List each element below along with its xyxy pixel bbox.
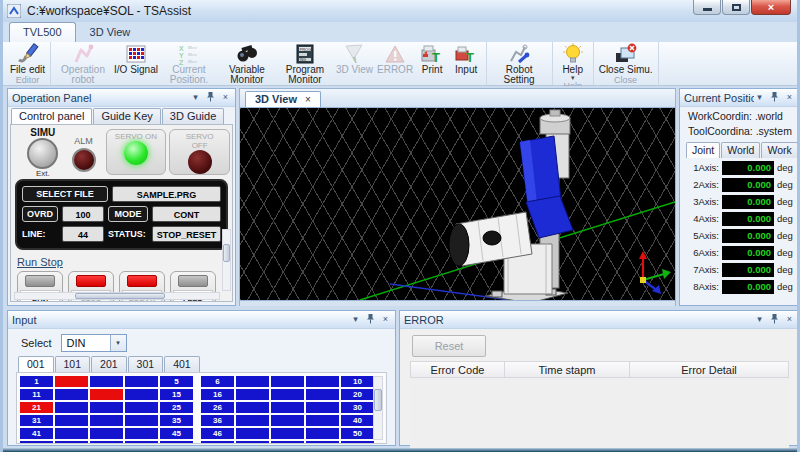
close-icon[interactable]: × <box>220 93 231 102</box>
tab-close-icon[interactable]: × <box>305 94 311 105</box>
din-cell[interactable]: 45 <box>160 428 193 439</box>
tab-world[interactable]: World <box>721 142 760 158</box>
din-cell[interactable]: 31 <box>20 415 53 426</box>
din-cell[interactable] <box>271 389 304 400</box>
grid-vertical-scrollbar[interactable] <box>373 376 383 440</box>
din-cell[interactable] <box>20 441 53 444</box>
din-cell[interactable] <box>90 441 123 444</box>
pin-icon[interactable] <box>769 313 780 326</box>
ribbon-tab-3d-view[interactable]: 3D View <box>76 22 145 42</box>
tab-control-panel[interactable]: Control panel <box>11 108 92 124</box>
tab-101[interactable]: 101 <box>55 356 91 372</box>
din-cell[interactable] <box>306 428 339 439</box>
din-cell[interactable] <box>236 402 269 413</box>
3d-viewport[interactable] <box>240 108 675 300</box>
pin-icon[interactable] <box>365 313 376 326</box>
din-cell[interactable]: 5 <box>160 376 193 387</box>
servo-on-button[interactable]: SERVO ON <box>106 129 167 175</box>
din-cell[interactable] <box>201 441 234 444</box>
tab-3d-view[interactable]: 3D View × <box>245 91 321 107</box>
din-cell[interactable]: 50 <box>341 428 374 439</box>
scrollbar-thumb[interactable] <box>374 389 382 411</box>
close-icon[interactable]: × <box>784 315 795 324</box>
din-cell[interactable] <box>271 441 304 444</box>
ribbon-tab-tvl500[interactable]: TVL500 <box>9 22 76 42</box>
servo-off-button[interactable]: SERVO OFF <box>169 129 230 175</box>
din-cell[interactable] <box>306 389 339 400</box>
tab-guide-key[interactable]: Guide Key <box>93 108 160 124</box>
din-cell[interactable] <box>306 415 339 426</box>
din-cell[interactable]: 15 <box>160 389 193 400</box>
mode-button[interactable]: MODE <box>108 206 148 222</box>
din-cell[interactable]: 21 <box>20 402 53 413</box>
tab-work[interactable]: Work <box>761 142 797 158</box>
din-cell[interactable] <box>306 441 339 444</box>
ribbon-button-operation-robot[interactable]: Operation robot <box>54 43 112 85</box>
chevron-down-icon[interactable]: ▾ <box>754 93 765 102</box>
din-cell[interactable] <box>271 415 304 426</box>
ribbon-button-3d-view[interactable]: 3D View <box>334 43 375 75</box>
tab-301[interactable]: 301 <box>128 356 164 372</box>
din-cell[interactable]: 11 <box>20 389 53 400</box>
chevron-down-icon[interactable]: ▾ <box>110 335 126 351</box>
chevron-down-icon[interactable]: ▾ <box>350 315 361 324</box>
scrollbar-thumb[interactable] <box>223 244 230 262</box>
din-cell[interactable] <box>90 402 123 413</box>
ribbon-button-current-position[interactable]: XYZCurrent Position. <box>160 43 218 85</box>
ribbon-button-robot-setting[interactable]: Robot Setting <box>490 43 548 85</box>
chevron-down-icon[interactable]: ▾ <box>754 315 765 324</box>
din-cell[interactable] <box>90 376 123 387</box>
din-cell[interactable]: 25 <box>160 402 193 413</box>
din-cell[interactable] <box>236 389 269 400</box>
din-cell[interactable]: 40 <box>341 415 374 426</box>
din-cell[interactable] <box>236 376 269 387</box>
ribbon-button-variable-monitor[interactable]: Variable Monitor <box>218 43 276 85</box>
din-cell[interactable] <box>55 402 88 413</box>
din-cell[interactable]: 20 <box>341 389 374 400</box>
close-icon[interactable]: × <box>784 93 795 102</box>
tab-401[interactable]: 401 <box>164 356 200 372</box>
ribbon-button-file-edit[interactable]: File edit <box>8 43 47 75</box>
din-cell[interactable]: 35 <box>160 415 193 426</box>
minimize-button[interactable] <box>693 0 721 15</box>
ribbon-button-print[interactable]: TPrint <box>415 43 449 75</box>
tab-201[interactable]: 201 <box>91 356 127 372</box>
tab-joint[interactable]: Joint <box>686 142 720 158</box>
din-cell[interactable] <box>341 441 374 444</box>
select-file-button[interactable]: SELECT FILE <box>22 186 108 202</box>
din-cell[interactable] <box>90 415 123 426</box>
din-cell[interactable] <box>125 441 158 444</box>
ribbon-button-help[interactable]: Help▾ <box>556 43 590 81</box>
din-cell[interactable] <box>271 376 304 387</box>
din-cell[interactable] <box>236 428 269 439</box>
din-cell[interactable] <box>160 441 193 444</box>
din-cell[interactable]: 6 <box>201 376 234 387</box>
din-cell[interactable] <box>306 376 339 387</box>
din-cell[interactable] <box>125 415 158 426</box>
signal-type-select[interactable]: DIN ▾ <box>61 334 127 352</box>
din-cell[interactable] <box>55 415 88 426</box>
ribbon-button-program-monitor[interactable]: PROGINGProgram Monitor <box>276 43 334 85</box>
din-cell[interactable]: 10 <box>341 376 374 387</box>
close-icon[interactable]: × <box>380 315 391 324</box>
din-cell[interactable]: 1 <box>20 376 53 387</box>
din-cell[interactable] <box>271 428 304 439</box>
operation-vertical-scrollbar[interactable] <box>222 229 231 291</box>
din-cell[interactable] <box>90 428 123 439</box>
din-cell[interactable] <box>90 389 123 400</box>
maximize-button[interactable] <box>722 0 750 15</box>
din-cell[interactable] <box>55 389 88 400</box>
din-cell[interactable]: 36 <box>201 415 234 426</box>
din-cell[interactable]: 30 <box>341 402 374 413</box>
operation-horizontal-scrollbar[interactable] <box>14 292 220 300</box>
pin-icon[interactable] <box>769 91 780 104</box>
chevron-down-icon[interactable]: ▾ <box>190 93 201 102</box>
tab-3d-guide[interactable]: 3D Guide <box>162 108 224 124</box>
din-cell[interactable] <box>125 402 158 413</box>
simu-button[interactable]: SIMU Ext. <box>21 127 65 178</box>
din-cell[interactable] <box>236 441 269 444</box>
ovrd-button[interactable]: OVRD <box>22 206 58 222</box>
ribbon-button-error[interactable]: ERROR <box>375 43 415 75</box>
din-cell[interactable] <box>55 428 88 439</box>
din-cell[interactable] <box>306 402 339 413</box>
